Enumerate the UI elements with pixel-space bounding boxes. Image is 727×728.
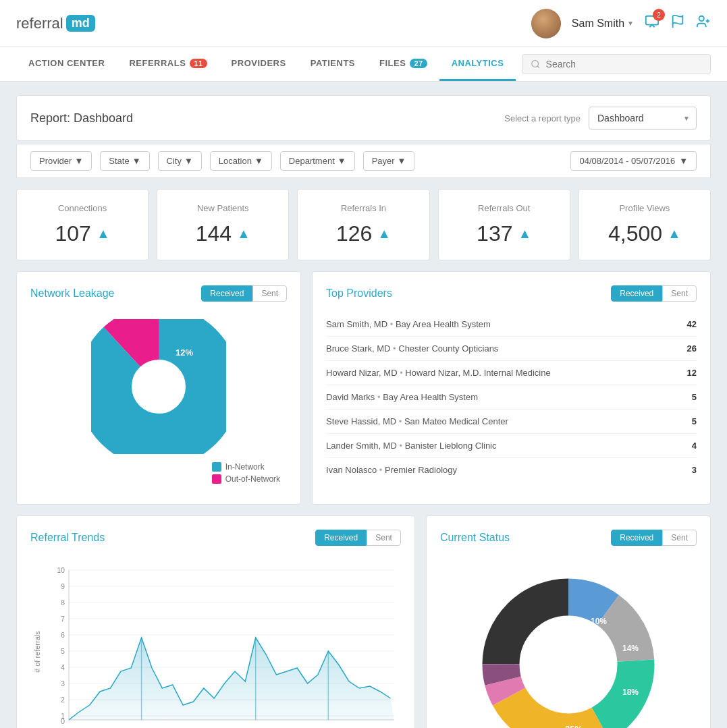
- date-range-picker[interactable]: 04/08/2014 - 05/07/2016 ▼: [570, 151, 697, 171]
- report-header: Report: Dashboard Select a report type D…: [16, 95, 711, 141]
- chart-wrapper: 10 9 8 7 6 5 4 3 2 1 0: [41, 557, 401, 728]
- svg-text:88%: 88%: [145, 380, 172, 395]
- logo-text: referral: [16, 15, 63, 32]
- stat-profile-views-label: Profile Views: [593, 203, 697, 213]
- stat-new-patients-value: 144 ▲: [171, 221, 275, 246]
- stat-referrals-in-value: 126 ▲: [311, 221, 415, 246]
- stat-connections-label: Connections: [30, 203, 134, 213]
- stat-referrals-in: Referrals In 126 ▲: [297, 189, 429, 260]
- svg-text:3: 3: [61, 680, 65, 688]
- top-providers-title: Top Providers: [326, 287, 392, 300]
- top-providers-sent-btn[interactable]: Sent: [662, 285, 697, 302]
- nav-analytics[interactable]: ANALYTICS: [439, 47, 516, 81]
- svg-text:7: 7: [61, 615, 65, 623]
- search-input[interactable]: [546, 59, 702, 69]
- pie-legend: In-Network Out-of-Network: [212, 462, 280, 484]
- avatar-image: [531, 9, 561, 38]
- provider-row: Lander Smith, MD • Banister Lieblong Cli…: [326, 434, 697, 458]
- panels-row: Network Leakage Received Sent 88% 12%: [16, 271, 711, 505]
- report-type-select[interactable]: Dashboard: [589, 107, 697, 130]
- svg-text:0: 0: [61, 718, 65, 725]
- donut-chart-svg: .donut-seg { transition: opacity 0.2s; }: [474, 570, 663, 728]
- current-status-sent-btn[interactable]: Sent: [662, 530, 697, 546]
- referral-trends-title: Referral Trends: [30, 532, 105, 544]
- filter-location[interactable]: Location ▼: [210, 151, 272, 171]
- svg-text:25%: 25%: [533, 662, 550, 672]
- header-right: Sam Smith ▼ 2: [531, 9, 711, 38]
- stat-referrals-out-label: Referrals Out: [452, 203, 556, 213]
- out-of-network-color: [212, 474, 221, 484]
- report-select-label: Select a report type: [504, 113, 581, 123]
- referral-trends-received-btn[interactable]: Received: [315, 530, 367, 546]
- svg-text:18%: 18%: [622, 688, 639, 697]
- search-box: [522, 54, 711, 74]
- current-status-received-btn[interactable]: Received: [611, 530, 662, 546]
- legend-out-of-network: Out-of-Network: [212, 474, 280, 484]
- svg-text:25%: 25%: [565, 724, 583, 728]
- new-patients-trend-icon: ▲: [237, 226, 250, 242]
- stat-new-patients-label: New Patients: [171, 203, 275, 213]
- nav-providers[interactable]: PROVIDERS: [219, 47, 298, 81]
- filter-payer[interactable]: Payer ▼: [363, 151, 415, 171]
- stat-connections: Connections 107 ▲: [16, 189, 149, 260]
- flag-icon[interactable]: [670, 14, 685, 32]
- referral-trends-toggle: Received Sent: [315, 530, 401, 546]
- add-user-icon[interactable]: [696, 14, 711, 32]
- avatar: [531, 9, 561, 38]
- provider-row: Sam Smith, MD • Bay Area Health System 4…: [326, 312, 697, 337]
- top-providers-received-btn[interactable]: Received: [611, 285, 662, 302]
- network-leakage-sent-btn[interactable]: Sent: [252, 285, 287, 302]
- network-leakage-toggle: Received Sent: [201, 285, 287, 302]
- current-status-header: Current Status Received Sent: [440, 530, 697, 546]
- provider-row: Ivan Nolasco • Premier Radiology 3: [326, 458, 697, 482]
- filter-provider[interactable]: Provider ▼: [30, 151, 92, 171]
- providers-list: Sam Smith, MD • Bay Area Health System 4…: [326, 312, 697, 482]
- filter-state[interactable]: State ▼: [100, 151, 149, 171]
- stat-referrals-in-label: Referrals In: [311, 203, 415, 213]
- header: referral md Sam Smith ▼ 2: [0, 0, 727, 47]
- nav-referrals[interactable]: REFERRALS 11: [117, 47, 219, 81]
- notification-icon[interactable]: 2: [645, 14, 659, 32]
- nav-patients[interactable]: PATIENTS: [298, 47, 367, 81]
- report-type-select-wrap: Dashboard: [589, 107, 697, 130]
- svg-text:10: 10: [57, 567, 65, 574]
- filter-city[interactable]: City ▼: [158, 151, 202, 171]
- search-icon: [531, 59, 541, 69]
- svg-text:8: 8: [61, 599, 65, 607]
- nav-action-center[interactable]: ACTION CENTER: [16, 47, 117, 81]
- svg-text:14%: 14%: [622, 644, 639, 653]
- top-providers-header: Top Providers Received Sent: [326, 285, 697, 302]
- svg-line-6: [537, 66, 539, 68]
- referrals-badge: 11: [190, 59, 207, 68]
- provider-row: David Marks • Bay Area Health System 5: [326, 385, 697, 410]
- main-content: Report: Dashboard Select a report type D…: [0, 82, 727, 728]
- top-providers-toggle: Received Sent: [611, 285, 697, 302]
- user-dropdown-icon: ▼: [627, 20, 634, 27]
- network-leakage-received-btn[interactable]: Received: [201, 285, 252, 302]
- y-axis-label: # of referrals: [30, 557, 41, 728]
- referrals-in-trend-icon: ▲: [377, 226, 391, 242]
- filter-department[interactable]: Department ▼: [280, 151, 355, 171]
- stat-referrals-out: Referrals Out 137 ▲: [438, 189, 570, 260]
- profile-views-trend-icon: ▲: [668, 226, 681, 242]
- referrals-out-trend-icon: ▲: [518, 226, 531, 242]
- in-network-color: [212, 462, 221, 472]
- connections-trend-icon: ▲: [97, 226, 110, 242]
- svg-point-2: [699, 16, 704, 21]
- stats-row: Connections 107 ▲ New Patients 144 ▲ Ref…: [16, 189, 711, 260]
- referral-trends-header: Referral Trends Received Sent: [30, 530, 401, 546]
- svg-text:2: 2: [61, 696, 65, 704]
- donut-chart-container: .donut-seg { transition: opacity 0.2s; }: [440, 557, 697, 728]
- nav-files[interactable]: FILES 27: [367, 47, 439, 81]
- referral-trends-sent-btn[interactable]: Sent: [367, 530, 401, 546]
- user-name[interactable]: Sam Smith ▼: [572, 18, 634, 30]
- network-leakage-panel: Network Leakage Received Sent 88% 12%: [16, 271, 301, 505]
- current-status-panel: Current Status Received Sent .donut-seg …: [426, 515, 711, 728]
- pie-chart: 88% 12%: [91, 319, 226, 454]
- top-providers-panel: Top Providers Received Sent Sam Smith, M…: [312, 271, 711, 505]
- svg-text:6: 6: [61, 632, 65, 639]
- svg-text:5: 5: [61, 648, 65, 655]
- svg-point-5: [532, 61, 539, 67]
- stat-connections-value: 107 ▲: [30, 221, 134, 246]
- svg-text:9: 9: [61, 583, 65, 590]
